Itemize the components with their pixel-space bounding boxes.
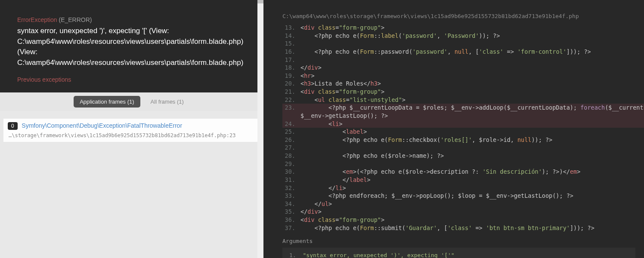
tab-application-frames[interactable]: Application frames (1) [74,96,140,108]
code-line: 22. <ul class="list-unstyled"> [282,96,644,104]
frame-path: …\storage\framework\views\1c15ad9b6e925d… [8,132,254,138]
code-line: 33. <?php endforeach; $__env->popLoop();… [282,192,644,200]
code-line: 19.<hr> [282,72,644,80]
code-line: 31. </label> [282,176,644,184]
argument-number: 1. [289,252,296,258]
argument-item: 1. "syntax error, unexpected ')', expect… [282,248,635,258]
stack-panel: ErrorException (E_ERROR) syntax error, u… [0,0,263,258]
frame-title: Symfony\Component\Debug\Exception\FatalT… [22,122,182,129]
scrollbar-thumb[interactable] [257,0,263,3]
code-line: 29. [282,160,644,168]
frame-badge: 0 [8,122,18,130]
code-line: 16. <?php echo e(Form::password('passwor… [282,48,644,56]
file-path: C:\wamp64\www\roles\storage\framework\vi… [282,13,644,19]
frame-tabs: Application frames (1) All frames (1) [0,92,263,111]
code-line: 20.<h3>Lista de Roles</h3> [282,80,644,88]
code-line: 17. [282,56,644,64]
code-line-error: 23. <?php $__currentLoopData = $roles; $… [282,104,644,112]
previous-exceptions-link[interactable]: Previous exceptions [17,76,246,83]
error-message: syntax error, unexpected ')', expecting … [17,26,246,68]
code-line: 32. </li> [282,184,644,192]
tab-all-frames[interactable]: All frames (1) [145,96,190,108]
arguments-label: Arguments [282,238,644,244]
code-line: 30. <em>(<?php echo e($role->description… [282,168,644,176]
code-line: 36.<div class="form-group"> [282,216,644,224]
error-header: ErrorException (E_ERROR) syntax error, u… [0,0,263,92]
scrollbar[interactable] [257,0,263,258]
error-class: ErrorException (E_ERROR) [17,16,246,23]
code-line-error: 24. <li> [282,120,644,128]
code-line: 14. <?php echo e(Form::label('password',… [282,32,644,40]
argument-value: "syntax error, unexpected ')', expecting… [303,252,454,258]
code-line: 26. <?php echo e(Form::checkbox('roles[]… [282,136,644,144]
code-line: 35.</div> [282,208,644,216]
code-line: 28. <?php echo e($role->name); ?> [282,152,644,160]
error-class-detail: (E_ERROR) [57,16,92,23]
code-line: 27. [282,144,644,152]
error-class-name: ErrorException [17,16,57,23]
frame-item[interactable]: 0 Symfony\Component\Debug\Exception\Fata… [3,119,260,142]
code-panel: C:\wamp64\www\roles\storage\framework\vi… [263,0,644,258]
arguments-section: Arguments 1. "syntax error, unexpected '… [282,238,644,258]
code-line: 18.</div> [282,64,644,72]
code-line: 25. <label> [282,128,644,136]
code-line: 21.<div class="form-group"> [282,88,644,96]
code-line: 34. </ul> [282,200,644,208]
code-block: 13.<div class="form-group"> 14. <?php ec… [282,24,644,232]
code-line: 15. [282,40,644,48]
code-line: 13.<div class="form-group"> [282,24,644,32]
code-line: 37. <?php echo e(Form::submit('Guardar',… [282,224,644,232]
frames-list: 0 Symfony\Component\Debug\Exception\Fata… [0,111,263,258]
code-line-error: $__env->getLastLoop(); ?> [282,112,644,120]
